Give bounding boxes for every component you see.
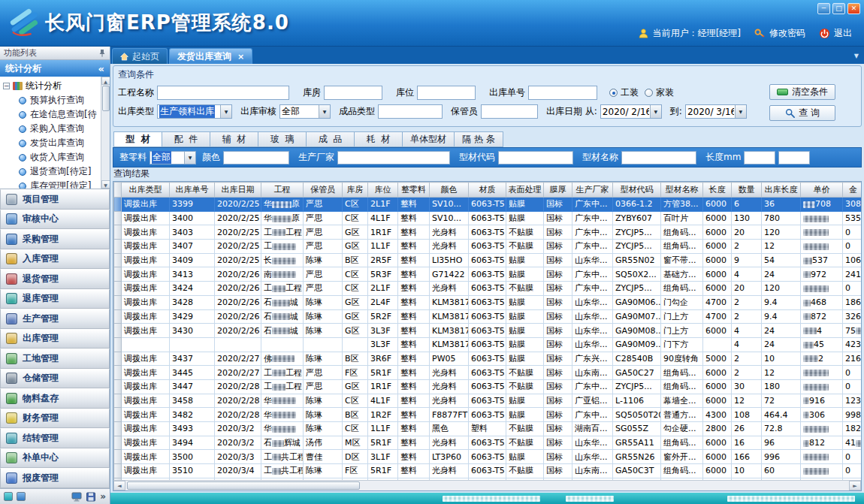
column-header[interactable]: 出库长度 [762, 183, 801, 198]
audit-select[interactable]: 全部 ▼ [279, 104, 331, 119]
sidebar-item[interactable]: 退货管理 [0, 269, 110, 289]
column-header[interactable]: 整零料 [398, 183, 430, 198]
panel-tab-icon[interactable] [4, 492, 13, 501]
length-min-input[interactable] [744, 151, 775, 164]
tree-item[interactable]: 预算执行查询 [3, 93, 99, 107]
sidebar-item[interactable]: 生产管理 [0, 309, 110, 329]
clear-conditions-button[interactable]: 清空条件 [769, 84, 835, 100]
disk-icon[interactable] [86, 492, 96, 502]
scroll-left-icon[interactable]: ◄ [113, 481, 125, 490]
column-header[interactable]: 数量 [732, 183, 762, 198]
profile-code-input[interactable] [498, 151, 573, 164]
column-header[interactable]: 出库单号 [170, 183, 215, 198]
tab-shipping-outbound-query[interactable]: 发货出库查询 × [169, 48, 252, 64]
tab-home[interactable]: 起始页 [112, 48, 168, 64]
horizontal-scrollbar[interactable]: ◄ ► [113, 480, 861, 490]
material-tab[interactable]: 型 材 [113, 131, 162, 147]
table-row[interactable]: 调拨出库34292020/2/26石城陈琳G区5R2F整料KLM38176063… [114, 309, 862, 324]
table-row[interactable]: 调拨出库34092020/2/25长陈琳B区2R5F整料LI35HO6063-T… [114, 253, 862, 267]
column-header[interactable]: 库房 [343, 183, 368, 198]
material-tab[interactable]: 辅 材 [210, 131, 258, 147]
maximize-button[interactable]: □ [832, 3, 845, 14]
column-header[interactable]: 表面处理 [506, 183, 544, 198]
sidebar-item[interactable]: 报废管理 [0, 468, 110, 488]
sidebar-item[interactable]: 财务管理 [0, 409, 110, 429]
tree-scrollbar[interactable]: ▲ ▼ [101, 77, 110, 189]
table-row[interactable]: 调拨出库35002020/3/3工共工程曹佳D区3L1F整料LT3P606063… [114, 450, 862, 464]
material-tab[interactable]: 单体型材 [402, 131, 454, 147]
table-row[interactable]: 调拨出库34372020/2/27佛陈琳B区3R6F整料PW056063-T5贴… [114, 352, 862, 366]
logout-button[interactable]: 退出 [819, 27, 852, 40]
sidebar-item[interactable]: 物料盘存 [0, 388, 110, 409]
table-row[interactable]: 调拨出库34822020/2/28华陈琳B区1R2F整料F8877FT6063-… [114, 408, 862, 422]
panel-tab-icon[interactable] [17, 492, 26, 501]
scrollbar-thumb[interactable] [102, 86, 110, 111]
table-row[interactable]: 调拨出库34582020/2/28华陈琳C区4L1F整料光身料6063-T5贴膜… [114, 394, 862, 408]
collapse-icon[interactable]: « [98, 63, 104, 74]
chevron-down-icon[interactable]: ▼ [220, 105, 231, 118]
project-name-input[interactable] [157, 86, 289, 100]
sidebar-item[interactable]: 入库管理 [0, 249, 110, 270]
chevron-down-icon[interactable]: ▼ [319, 105, 330, 118]
tree-expander-icon[interactable]: − [3, 83, 10, 89]
chevron-down-icon[interactable]: ▼ [650, 105, 661, 118]
sidebar-item[interactable]: 采购管理 [0, 229, 110, 249]
tree-root[interactable]: − 统计分析 [3, 79, 99, 93]
column-header[interactable]: 出库类型 [122, 183, 170, 198]
column-header[interactable]: 长度 [703, 183, 732, 198]
profile-name-input[interactable] [621, 151, 696, 164]
sidebar-item[interactable]: 工地管理 [0, 349, 110, 369]
more-icon[interactable]: » [100, 491, 106, 502]
material-tab[interactable]: 隔 热 条 [454, 131, 503, 147]
table-row[interactable]: 调拨出库34302020/2/26石城陈琳G区3L3F整料KLM38176063… [114, 324, 862, 338]
material-tab[interactable]: 成 品 [306, 131, 354, 147]
change-password-button[interactable]: 修改密码 [754, 27, 805, 40]
column-header[interactable]: 型材名称 [661, 183, 703, 198]
table-row[interactable]: 调拨出库33992020/2/25华原严思C区2L1F整料SV10...6063… [114, 198, 862, 212]
table-row[interactable]: 3L3F整料KLM38176063-T5贴膜国标山东华...GA90M09...… [114, 337, 862, 352]
scroll-up-icon[interactable]: ▲ [101, 77, 110, 85]
table-row[interactable]: 调拨出库34132020/2/26南严思C区5R3F整料G714226063-T… [114, 267, 862, 282]
sidebar-item[interactable]: 项目管理 [0, 189, 110, 210]
tab-list-chevron-icon[interactable]: ▼ [854, 53, 859, 59]
product-type-input[interactable] [378, 104, 443, 119]
table-row[interactable]: 调拨出库34282020/2/26石城陈琳G区2L4F整料KLM38176063… [114, 295, 862, 309]
column-header[interactable]: 保管员 [304, 183, 343, 198]
scrollbar-track[interactable] [125, 481, 849, 490]
minimize-button[interactable]: ─ [817, 3, 830, 14]
length-max-input[interactable] [778, 151, 810, 164]
manufacturer-input[interactable] [337, 151, 450, 164]
sidebar-item[interactable]: 审核中心 [0, 210, 110, 230]
column-header[interactable]: 工程 [261, 183, 304, 198]
tree-item[interactable]: 退货查询[待定] [3, 164, 99, 179]
scroll-down-icon[interactable]: ▼ [101, 180, 110, 189]
radio-home-decoration[interactable] [645, 89, 653, 97]
column-header[interactable]: 颜色 [430, 183, 469, 198]
table-row[interactable]: 调拨出库34942020/3/2石辉城汤伟M区5R1F整料光身料6063-T5不… [114, 436, 862, 450]
material-tab[interactable]: 配 件 [162, 131, 210, 147]
tab-close-icon[interactable]: × [237, 52, 244, 62]
sidebar-item[interactable]: 结转管理 [0, 428, 110, 448]
column-header[interactable]: 材质 [469, 183, 506, 198]
sidebar-item[interactable]: 出库管理 [0, 329, 110, 349]
sidebar-item[interactable]: 补单中心 [0, 448, 110, 469]
tree-item[interactable]: 收货入库查询 [3, 150, 99, 164]
sidebar-section-header[interactable]: 统计分析 « [0, 60, 110, 77]
column-header[interactable]: 出库日期 [215, 183, 261, 198]
order-no-input[interactable] [528, 86, 597, 100]
part-type-select[interactable]: 全部 ▼ [150, 151, 196, 164]
material-tab[interactable]: 耗 材 [354, 131, 402, 147]
tree-item[interactable]: 采购入库查询 [3, 122, 99, 136]
table-row[interactable]: 调拨出库34452020/2/27工工程严思F区5R1F整料光身料6063-T5… [114, 366, 862, 380]
scrollbar-thumb[interactable] [127, 481, 360, 490]
column-header[interactable]: 库位 [368, 183, 398, 198]
out-type-select[interactable]: 生产领料出库 ▼ [157, 104, 232, 119]
chevron-down-icon[interactable]: ▼ [735, 105, 746, 118]
location-input[interactable] [417, 86, 476, 100]
sidebar-item[interactable]: 退库管理 [0, 289, 110, 309]
search-button[interactable]: 查 询 [769, 105, 835, 121]
column-header[interactable]: 生产厂家 [572, 183, 613, 198]
keeper-input[interactable] [481, 104, 538, 119]
monitor-icon[interactable] [71, 492, 82, 502]
tree-item[interactable]: 库存管理[待定] [3, 179, 99, 189]
